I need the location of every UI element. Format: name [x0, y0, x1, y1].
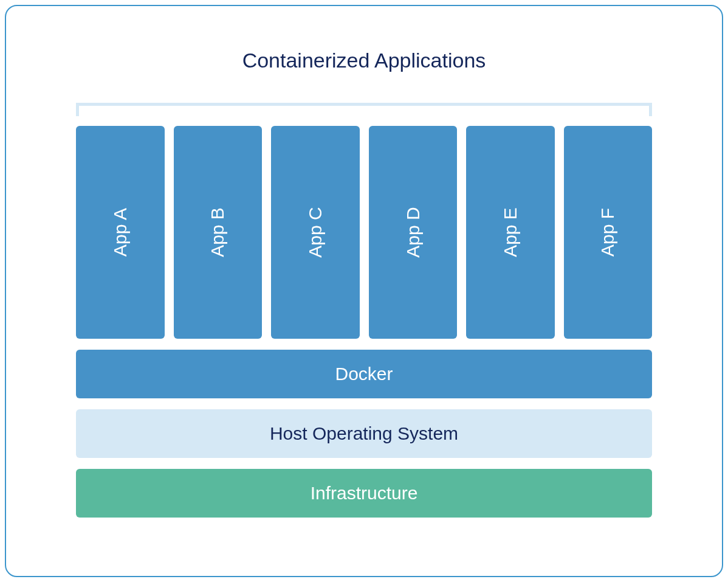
app-box-e: App E [466, 126, 555, 339]
app-label: App A [110, 208, 131, 257]
layer-host-os: Host Operating System [76, 409, 652, 458]
app-box-b: App B [174, 126, 263, 339]
app-box-a: App A [76, 126, 165, 339]
diagram-frame: Containerized Applications App A App B A… [5, 5, 723, 577]
app-label: App F [597, 208, 618, 257]
grouping-bracket [76, 103, 652, 116]
app-box-d: App D [369, 126, 458, 339]
app-label: App B [207, 207, 228, 257]
apps-row: App A App B App C App D App E App F [76, 126, 652, 339]
diagram-title: Containerized Applications [76, 49, 652, 72]
app-label: App D [402, 207, 423, 257]
layer-infrastructure: Infrastructure [76, 469, 652, 518]
app-box-c: App C [271, 126, 360, 339]
layer-label: Infrastructure [311, 483, 418, 504]
layer-docker: Docker [76, 350, 652, 398]
app-label: App C [305, 207, 326, 257]
app-box-f: App F [564, 126, 653, 339]
layer-label: Docker [335, 364, 393, 384]
layer-label: Host Operating System [270, 423, 458, 444]
app-label: App E [500, 207, 521, 257]
